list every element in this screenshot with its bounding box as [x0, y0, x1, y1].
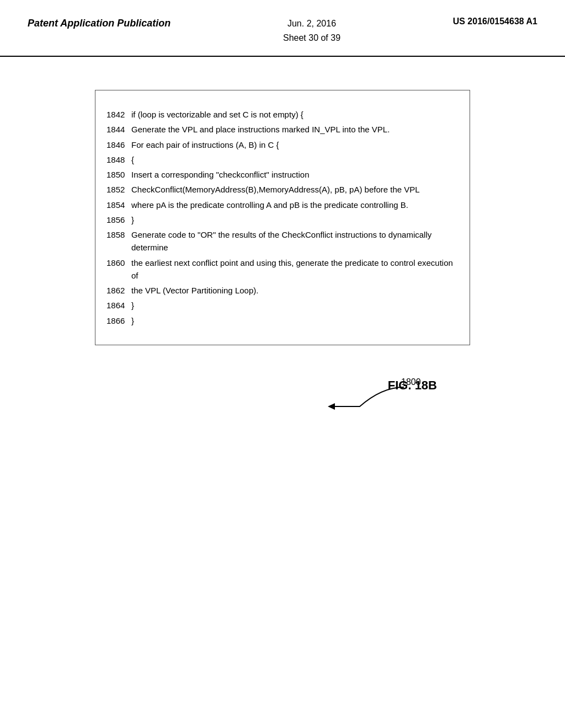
code-line: 1848{ [106, 152, 459, 167]
code-line: 1864} [106, 298, 459, 313]
code-line: 1842if (loop is vectorizable and set C i… [106, 107, 459, 122]
code-line: 1860the earliest next conflict point and… [106, 255, 459, 283]
line-number: 1848 [106, 152, 131, 167]
patent-number: US 2016/0154638 A1 [453, 17, 537, 26]
page-header: Patent Application Publication Jun. 2, 2… [0, 0, 565, 57]
code-block: 1842if (loop is vectorizable and set C i… [95, 90, 470, 345]
code-line: 1858Generate code to "OR" the results of… [106, 227, 459, 255]
code-table: 1842if (loop is vectorizable and set C i… [106, 107, 459, 328]
line-code: Insert a corresponding "checkconflict" i… [131, 167, 459, 182]
sheet-number: Sheet 30 of 39 [283, 33, 340, 42]
figure-area: FIG. 18B 1800 [95, 378, 470, 420]
code-line: 1846For each pair of instructions (A, B)… [106, 137, 459, 152]
code-line: 1852CheckConflict(MemoryAddress(B),Memor… [106, 182, 459, 197]
publication-date: Jun. 2, 2016 [287, 19, 336, 28]
line-number: 1846 [106, 137, 131, 152]
line-code: Generate the VPL and place instructions … [131, 122, 459, 137]
line-number: 1860 [106, 255, 131, 283]
line-code: the earliest next conflict point and usi… [131, 255, 459, 283]
line-number: 1864 [106, 298, 131, 313]
main-content: 1842if (loop is vectorizable and set C i… [0, 57, 565, 442]
code-line: 1854where pA is the predicate controllin… [106, 197, 459, 212]
line-number: 1842 [106, 107, 131, 122]
reference-arrow: 1800 [316, 376, 426, 420]
line-number: 1862 [106, 283, 131, 298]
header-date-sheet: Jun. 2, 2016 Sheet 30 of 39 [283, 17, 340, 45]
svg-text:1800: 1800 [401, 377, 421, 387]
line-code: CheckConflict(MemoryAddress(B),MemoryAdd… [131, 182, 459, 197]
publication-title: Patent Application Publication [28, 17, 170, 30]
line-code: For each pair of instructions (A, B) in … [131, 137, 459, 152]
line-number: 1852 [106, 182, 131, 197]
line-number: 1856 [106, 212, 131, 227]
line-code: Generate code to "OR" the results of the… [131, 227, 459, 255]
line-code: where pA is the predicate controlling A … [131, 197, 459, 212]
code-line: 1844Generate the VPL and place instructi… [106, 122, 459, 137]
line-number: 1844 [106, 122, 131, 137]
line-number: 1850 [106, 167, 131, 182]
line-code: the VPL (Vector Partitioning Loop). [131, 283, 459, 298]
code-line: 1866} [106, 313, 459, 328]
code-line: 1850Insert a corresponding "checkconflic… [106, 167, 459, 182]
arrow-container: 1800 [95, 376, 470, 420]
code-line: 1856} [106, 212, 459, 227]
line-code: { [131, 152, 459, 167]
line-number: 1858 [106, 227, 131, 255]
code-line: 1862the VPL (Vector Partitioning Loop). [106, 283, 459, 298]
line-number: 1854 [106, 197, 131, 212]
svg-marker-0 [328, 403, 335, 410]
line-code: } [131, 212, 459, 227]
line-number: 1866 [106, 313, 131, 328]
line-code: if (loop is vectorizable and set C is no… [131, 107, 459, 122]
line-code: } [131, 298, 459, 313]
line-code: } [131, 313, 459, 328]
